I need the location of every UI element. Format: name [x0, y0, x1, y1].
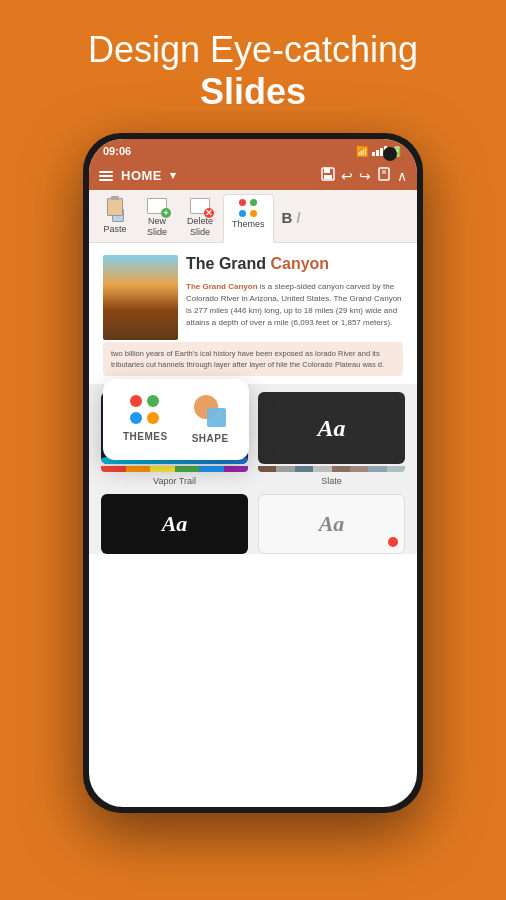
camera-notch — [383, 147, 397, 161]
popup-shape-item[interactable]: SHAPE — [192, 395, 229, 444]
ribbon-newslide-label: NewSlide — [147, 216, 167, 238]
header-line1: Design Eye-catching — [88, 28, 418, 71]
header-line2: Slides — [88, 71, 418, 113]
status-bar: 09:06 📶 🔋 — [89, 139, 417, 161]
svg-rect-3 — [379, 168, 389, 180]
ribbon-deleteslide-label: DeleteSlide — [187, 216, 213, 238]
popup-shape-label: SHAPE — [192, 433, 229, 444]
wifi-icon: 📶 — [356, 146, 368, 157]
slide-body-highlight: The Grand Canyon — [186, 282, 258, 291]
slide-title-highlight: Canyon — [270, 255, 329, 272]
pink-info-box: two billion years of Earth's ical histor… — [103, 342, 403, 377]
svg-rect-1 — [324, 168, 330, 173]
toolbar-dropdown-icon[interactable]: ▾ — [170, 169, 176, 182]
ribbon: Paste + NewSlide ✕ DeleteSlide — [89, 190, 417, 243]
slide-title: The Grand Canyon — [186, 255, 403, 273]
slate-label: Slate — [258, 476, 405, 486]
ribbon-item-themes[interactable]: Themes — [223, 194, 274, 243]
vapor-trail-label: Vapor Trail — [101, 476, 248, 486]
ribbon-paste-label: Paste — [103, 224, 126, 234]
slide-body: The Grand Canyon is a steep-sided canyon… — [186, 281, 403, 329]
canyon-thumbnail — [103, 255, 178, 340]
app-toolbar: HOME ▾ ↩ ↪ — [89, 161, 417, 190]
themes-popup: THEMES SHAPE — [103, 379, 249, 460]
theme-light[interactable]: Aa — [258, 494, 405, 554]
header-section: Design Eye-catching Slides — [58, 0, 448, 133]
hamburger-menu[interactable] — [99, 171, 113, 181]
ribbon-item-paste[interactable]: Paste — [95, 194, 135, 242]
popup-themes-label: THEMES — [123, 431, 168, 442]
undo-icon[interactable]: ↩ — [341, 168, 353, 184]
themes-dots-icon — [130, 395, 160, 425]
ribbon-item-delete-slide[interactable]: ✕ DeleteSlide — [179, 194, 221, 242]
ribbon-themes-label: Themes — [232, 219, 265, 229]
book-icon[interactable] — [377, 167, 391, 184]
shape-icon — [194, 395, 226, 427]
toolbar-home-label: HOME — [121, 168, 162, 183]
popup-themes-item[interactable]: THEMES — [123, 395, 168, 444]
ribbon-bold-area[interactable]: B / — [276, 194, 307, 242]
status-time: 09:06 — [103, 145, 131, 157]
expand-icon[interactable]: ∧ — [397, 168, 407, 184]
phone-mockup: 09:06 📶 🔋 HOME ▾ — [83, 133, 423, 813]
theme-slate[interactable]: Aa Slate — [258, 392, 405, 486]
slide-area: The Grand Canyon The Grand Canyon is a s… — [89, 243, 417, 385]
save-icon[interactable] — [321, 167, 335, 184]
redo-icon[interactable]: ↪ — [359, 168, 371, 184]
ribbon-item-new-slide[interactable]: + NewSlide — [137, 194, 177, 242]
theme-dark[interactable]: Aa — [101, 494, 248, 554]
svg-rect-2 — [324, 175, 332, 179]
